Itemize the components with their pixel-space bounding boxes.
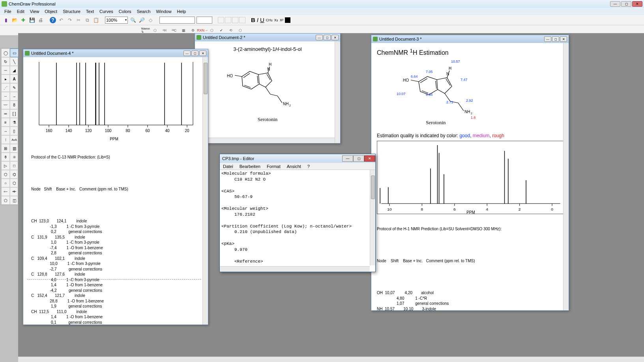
table-tool[interactable]: ⊞ (1, 144, 10, 153)
triple-tool[interactable]: ≡ (1, 118, 10, 127)
print-icon[interactable]: 🖨 (37, 17, 44, 24)
copy-icon[interactable]: ⧉ (84, 17, 91, 24)
color-swatch[interactable] (285, 17, 290, 23)
editor-titlebar[interactable]: CP3.tmp - Editor — ◻ ✕ (220, 154, 375, 163)
zoom-out-icon[interactable]: 🔎 (138, 17, 145, 24)
editor-min[interactable]: — (342, 155, 353, 162)
doc2-max[interactable]: ◻ (324, 35, 331, 40)
new-doc-icon[interactable]: ▮ (2, 17, 9, 24)
eraser-tool[interactable]: ◢ (10, 66, 19, 75)
multi-icon[interactable]: ✚ (20, 17, 27, 24)
editor-menu-bearbeiten[interactable]: Bearbeiten (236, 164, 264, 169)
menu-edit[interactable]: Edit (14, 9, 27, 14)
help-icon[interactable]: ? (50, 17, 56, 23)
line-tool[interactable]: ─ (1, 66, 10, 75)
phenyl-icon[interactable]: ⬡ (237, 27, 244, 34)
minimize-button[interactable]: — (610, 1, 620, 7)
maximize-button[interactable]: ◻ (621, 1, 631, 7)
analysis-icon[interactable]: ⚙ (189, 27, 197, 34)
text-tool[interactable]: A (10, 75, 19, 83)
arrow-tool[interactable]: → (10, 92, 19, 101)
struct-to-name-icon[interactable]: ⬡ (152, 27, 159, 34)
align-center-icon[interactable] (225, 17, 231, 23)
doc3-titlebar[interactable]: Untitled Document-3 * — ◻ ✕ (371, 35, 569, 43)
undo-icon[interactable]: ↶ (58, 17, 65, 24)
orbital-tool[interactable]: 8 (10, 101, 19, 109)
wedge-tool[interactable]: ▸ (1, 75, 10, 83)
menu-search[interactable]: Search (134, 9, 154, 14)
hexagon-tool[interactable]: ⬡ (1, 170, 10, 179)
hash-tool[interactable]: ⋰ (1, 83, 10, 92)
name-tool-icon[interactable]: Name↳ (142, 27, 149, 34)
wavy-tool[interactable]: 〰 (1, 101, 10, 109)
multi-tool[interactable]: ⁝ (1, 135, 10, 144)
editor-menu-datei[interactable]: Datei (220, 164, 236, 169)
doc4-max[interactable]: ◻ (191, 50, 198, 56)
doc3-max[interactable]: ◻ (552, 36, 559, 42)
font-select[interactable] (159, 17, 195, 24)
app-hscroll[interactable] (18, 356, 644, 362)
editor-vscroll[interactable] (370, 170, 375, 265)
check-icon[interactable]: ✔ (218, 27, 225, 34)
chair2-tool[interactable]: ⬲ (10, 187, 19, 196)
bond-tool[interactable]: ╲ (10, 57, 19, 66)
cube-tool[interactable]: ◫ (10, 196, 19, 205)
redo-icon[interactable]: ↷ (66, 17, 73, 24)
underline-icon[interactable]: U (260, 17, 264, 23)
rotate-tool[interactable]: ↻ (1, 57, 10, 66)
doc4-titlebar[interactable]: Untitled Document-4 * — ◻ ✕ (23, 49, 208, 57)
align-justify-icon[interactable] (239, 17, 245, 23)
dash-tool[interactable]: ┄ (1, 92, 10, 101)
editor-menu-ansicht[interactable]: Ansicht (284, 164, 304, 169)
menu-object[interactable]: Object (42, 9, 60, 14)
editor-hscroll[interactable] (220, 266, 370, 272)
align-left-icon[interactable] (218, 17, 224, 23)
close-button[interactable]: ✕ (632, 1, 642, 7)
mass-spec-icon[interactable]: ▦ (180, 27, 187, 34)
save-icon[interactable]: 💾 (28, 17, 36, 24)
play-tool[interactable]: ▷ (1, 161, 10, 170)
lasso-tool[interactable]: ◯ (1, 49, 10, 57)
rxn-icon[interactable]: RXN→ (199, 27, 206, 34)
tlc-tool[interactable]: ▯ (10, 127, 19, 135)
doc2-hscroll[interactable] (195, 138, 335, 143)
editor-content[interactable]: <Molecular formula> C10 H12 N2 O <CAS> 5… (221, 170, 370, 265)
doc2-titlebar[interactable]: Untitled Document-2 * — ◻ ✕ (195, 34, 340, 41)
editor-max[interactable]: ◻ (353, 155, 364, 162)
paste-icon[interactable]: 📋 (92, 17, 99, 24)
doc2-min[interactable]: — (316, 35, 323, 40)
cut-icon[interactable]: ✂ (75, 17, 82, 24)
doc4-min[interactable]: — (183, 50, 191, 56)
marquee-tool[interactable]: ▭ (10, 49, 19, 57)
aa-tool[interactable]: A•A (10, 135, 19, 144)
square-tool[interactable]: □ (10, 161, 19, 170)
superscript-icon[interactable]: X² (280, 18, 283, 22)
flask-tool[interactable]: ⚱ (1, 153, 10, 161)
doc2-close[interactable]: ✕ (331, 35, 339, 40)
doc4-close[interactable]: ✕ (199, 50, 206, 56)
editor-menu-help[interactable]: ? (304, 164, 313, 169)
font-size-select[interactable] (197, 17, 212, 24)
open-icon[interactable]: 📂 (11, 17, 18, 24)
zoom-in-icon[interactable]: 🔍 (129, 17, 137, 24)
menu-help[interactable]: Help (174, 9, 189, 14)
doc3-min[interactable]: — (544, 36, 551, 42)
dative-tool[interactable]: → (1, 127, 10, 135)
editor-close[interactable]: ✕ (364, 155, 375, 162)
italic-icon[interactable]: I (257, 17, 258, 23)
doc3-vscroll[interactable] (563, 43, 569, 310)
menu-curves[interactable]: Curves (97, 9, 116, 14)
c13-nmr-icon[interactable]: ¹³C (170, 27, 178, 34)
menu-view[interactable]: View (27, 9, 42, 14)
template-tool[interactable]: ▥ (10, 144, 19, 153)
pen-tool[interactable]: ✎ (10, 83, 19, 92)
menu-window[interactable]: Window (153, 9, 174, 14)
h1-nmr-icon[interactable]: ¹H (161, 27, 168, 34)
chem-tool[interactable]: ⚗ (10, 118, 19, 127)
clean-icon[interactable]: ⟲ (227, 27, 234, 34)
menu-file[interactable]: File (2, 9, 14, 14)
menu-text[interactable]: Text (83, 9, 97, 14)
subscript-icon[interactable]: X₂ (274, 18, 278, 22)
circle-tool[interactable]: ○ (1, 179, 10, 187)
doc4-vscroll[interactable] (202, 57, 208, 325)
